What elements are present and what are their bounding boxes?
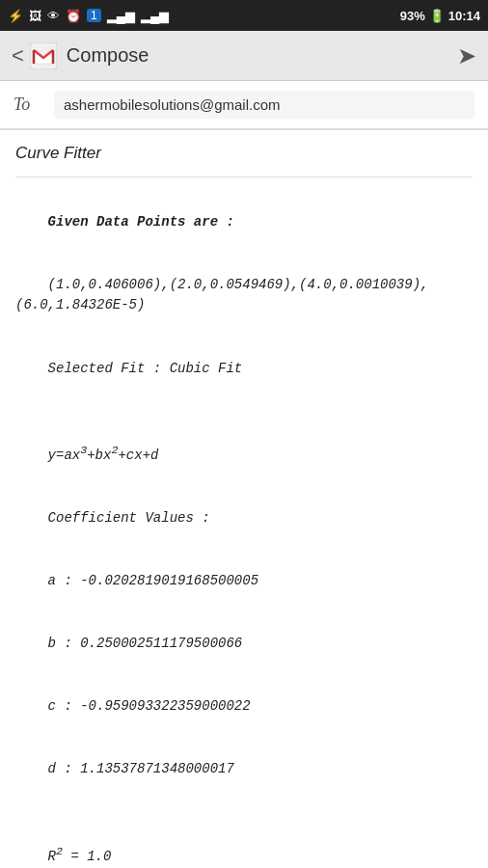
subject-divider (15, 176, 473, 177)
usb-icon: ⚡ (8, 9, 23, 23)
status-right-info: 93% 🔋 10:14 (400, 9, 480, 23)
coeff-a: a : -0.0202819019168500005 (48, 573, 258, 588)
to-field-row: To (0, 81, 488, 129)
alarm-icon: ⏰ (66, 9, 81, 23)
app-bar-title: Compose (67, 44, 457, 67)
coeff-d: d : 1.13537871348000017 (48, 761, 234, 776)
coeff-header: Coefficient Values : (48, 510, 210, 526)
app-bar: < Compose ➤ (0, 31, 488, 81)
to-label: To (14, 95, 42, 115)
email-body: Curve Fitter Given Data Points are : (1.… (0, 130, 488, 868)
send-button[interactable]: ➤ (457, 42, 476, 69)
status-left-icons: ⚡ 🖼 👁 ⏰ 1 ▂▄▆ ▂▄▆ (8, 9, 169, 23)
coeff-c: c : -0.959093322359000022 (48, 698, 251, 714)
battery-icon: 🔋 (429, 9, 445, 23)
battery-percent: 93% (400, 9, 425, 23)
back-button[interactable]: < (12, 43, 24, 68)
data-points-header: Given Data Points are : (48, 214, 234, 230)
gmail-icon (30, 42, 57, 69)
selected-fit: Selected Fit : Cubic Fit (48, 361, 243, 376)
eye-icon: 👁 (47, 9, 60, 23)
data-points-values: (1.0,0.406006),(2.0,0.0549469),(4.0,0.00… (15, 277, 428, 313)
to-input[interactable] (54, 91, 474, 119)
photo-icon: 🖼 (29, 9, 41, 23)
signal-bars2-icon: ▂▄▆ (141, 9, 169, 23)
body-content: Given Data Points are : (1.0,0.406006),(… (15, 191, 473, 868)
subject-line: Curve Fitter (15, 144, 473, 163)
coeff-b: b : 0.250002511179500066 (48, 636, 243, 651)
equation: y=ax3+bx2+cx+d (48, 448, 159, 463)
notification-badge: 1 (87, 9, 101, 22)
time-display: 10:14 (448, 9, 480, 23)
status-bar: ⚡ 🖼 👁 ⏰ 1 ▂▄▆ ▂▄▆ 93% 🔋 10:14 (0, 0, 488, 31)
r-squared: R2 = 1.0 (48, 849, 112, 864)
signal-bars-icon: ▂▄▆ (107, 9, 135, 23)
